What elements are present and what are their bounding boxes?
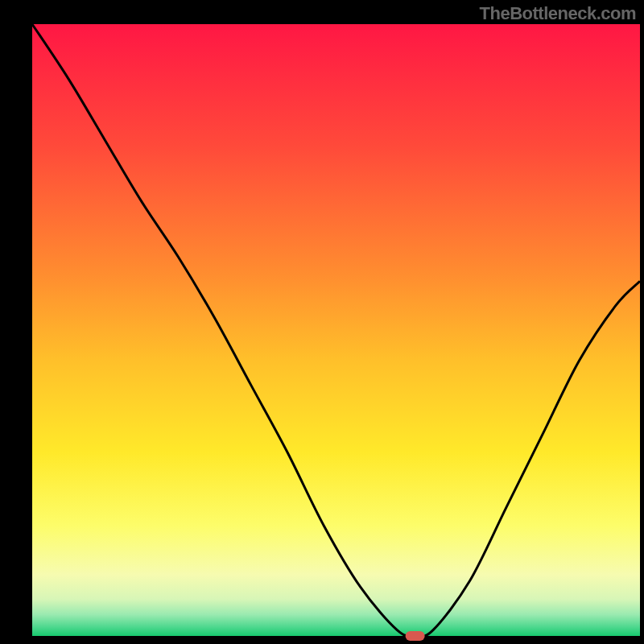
chart-background-gradient bbox=[32, 24, 640, 636]
optimal-marker bbox=[406, 631, 425, 641]
bottleneck-chart bbox=[0, 0, 644, 644]
attribution-text: TheBottleneck.com bbox=[480, 3, 636, 24]
